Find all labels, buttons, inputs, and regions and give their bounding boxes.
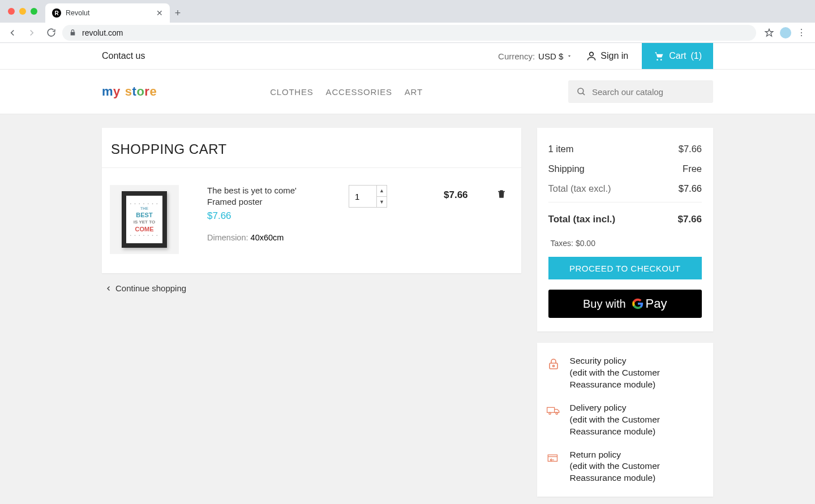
delivery-title: Delivery policy [570, 403, 627, 412]
svg-point-3 [578, 88, 584, 94]
tab-title: Revolut [66, 9, 152, 17]
poster-icon: • • • • • • • THE BEST IS YET TO COME • … [122, 191, 167, 248]
lock-icon [546, 356, 561, 371]
summary-shipping-value: Free [683, 163, 702, 174]
order-summary: 1 item $7.66 Shipping Free Total (tax ex… [537, 128, 713, 331]
svg-point-7 [548, 412, 550, 414]
contact-link[interactable]: Contact us [102, 51, 145, 61]
chevron-left-icon [105, 285, 112, 292]
browser-menu-icon[interactable]: ⋮ [797, 27, 806, 38]
product-thumbnail[interactable]: • • • • • • • THE BEST IS YET TO COME • … [110, 185, 179, 254]
profile-avatar[interactable] [780, 27, 791, 38]
svg-point-1 [657, 59, 658, 61]
return-sub: (edit with the Customer Reassurance modu… [570, 460, 704, 484]
window-controls [7, 0, 45, 23]
continue-shopping-link[interactable]: Continue shopping [102, 273, 521, 303]
summary-total-incl-value: $7.66 [677, 214, 702, 225]
summary-items-label: 1 item [548, 144, 574, 154]
summary-total-incl-label: Total (tax incl.) [548, 214, 616, 225]
address-bar[interactable]: revolut.com [62, 25, 756, 41]
gpay-prefix: Buy with [583, 298, 626, 311]
browser-toolbar: revolut.com ⋮ [0, 23, 815, 43]
close-window-icon[interactable] [8, 8, 15, 15]
forward-button[interactable] [24, 25, 40, 41]
summary-total-excl-value: $7.66 [679, 183, 702, 194]
currency-value: USD $ [538, 51, 563, 61]
svg-rect-9 [548, 455, 557, 461]
qty-down-button[interactable]: ▼ [377, 197, 387, 208]
nav-art[interactable]: ART [405, 87, 423, 97]
bookmark-icon[interactable] [764, 28, 774, 38]
currency-label: Currency: [498, 51, 535, 61]
user-icon [586, 50, 597, 62]
gpay-button[interactable]: Buy with Pay [548, 290, 702, 318]
reload-button[interactable] [43, 25, 59, 41]
close-tab-icon[interactable]: ✕ [156, 8, 163, 18]
summary-shipping-label: Shipping [548, 163, 585, 174]
return-title: Return policy [570, 450, 621, 459]
cart-item: • • • • • • • THE BEST IS YET TO COME • … [102, 168, 521, 273]
truck-icon [546, 403, 561, 418]
product-unit-price: $7.66 [207, 210, 320, 222]
svg-point-2 [660, 59, 662, 61]
gpay-logo-icon: Pay [632, 296, 667, 311]
favicon-icon: R [52, 8, 61, 18]
browser-tab-strip: R Revolut ✕ + [0, 0, 815, 23]
store-logo[interactable]: mystore [102, 84, 157, 99]
quantity-input[interactable] [349, 186, 376, 207]
lock-icon [69, 29, 76, 36]
signin-label: Sign in [600, 51, 628, 61]
qty-up-button[interactable]: ▲ [377, 186, 387, 197]
remove-item-button[interactable] [496, 188, 507, 200]
signin-link[interactable]: Sign in [586, 43, 628, 69]
url-text: revolut.com [82, 28, 123, 37]
nav-clothes[interactable]: CLOTHES [270, 87, 313, 97]
search-icon [576, 87, 586, 97]
chevron-down-icon [567, 53, 572, 59]
cart-label: Cart [669, 51, 686, 61]
dimension-value: 40x60cm [251, 233, 284, 242]
search-input[interactable] [592, 87, 705, 97]
dimension-label: Dimension: [207, 233, 248, 242]
browser-tab[interactable]: R Revolut ✕ [45, 3, 170, 23]
quantity-stepper: ▲ ▼ [349, 185, 387, 208]
search-box[interactable] [568, 80, 713, 103]
return-icon [546, 450, 561, 465]
page-title: SHOPPING CART [102, 128, 521, 168]
cart-icon [653, 50, 664, 62]
reassurance-block: Security policy (edit with the Customer … [537, 343, 713, 497]
currency-selector[interactable]: Currency: USD $ [498, 43, 572, 69]
nav-accessories[interactable]: ACCESSORIES [326, 87, 392, 97]
cart-button[interactable]: Cart (1) [642, 43, 713, 69]
new-tab-button[interactable]: + [170, 3, 186, 23]
line-total: $7.66 [444, 189, 468, 201]
back-button[interactable] [5, 25, 20, 41]
minimize-window-icon[interactable] [19, 8, 26, 15]
svg-point-0 [590, 52, 594, 56]
product-name[interactable]: The best is yet to come' Framed poster [207, 185, 320, 208]
maximize-window-icon[interactable] [31, 8, 37, 15]
summary-items-value: $7.66 [679, 144, 702, 154]
security-sub: (edit with the Customer Reassurance modu… [570, 367, 704, 391]
checkout-button[interactable]: PROCEED TO CHECKOUT [548, 257, 702, 279]
security-title: Security policy [570, 356, 627, 365]
svg-point-8 [556, 412, 557, 414]
taxes-value: $0.00 [576, 239, 595, 248]
cart-count: (1) [690, 51, 702, 61]
delivery-sub: (edit with the Customer Reassurance modu… [570, 414, 704, 438]
svg-rect-6 [547, 407, 554, 412]
summary-total-excl-label: Total (tax excl.) [548, 183, 611, 194]
continue-shopping-label: Continue shopping [115, 283, 186, 293]
taxes-label: Taxes: [551, 239, 573, 248]
svg-point-5 [552, 365, 554, 367]
svg-rect-4 [550, 363, 557, 369]
